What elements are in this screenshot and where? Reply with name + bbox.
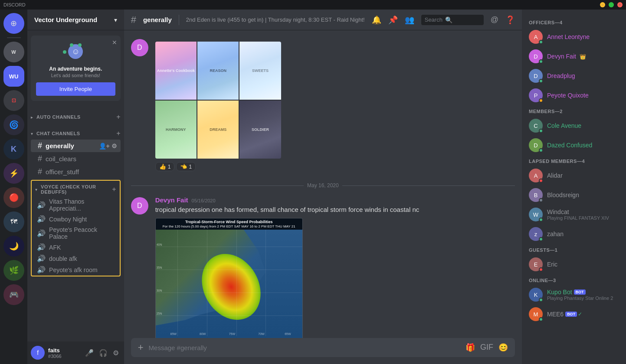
- voyce-channel-name-vitas: Vitas Thanos Appreciati...: [49, 198, 115, 212]
- member-avatar-alidar: A: [529, 169, 543, 182]
- voyce-channel-cowboy[interactable]: 🔊 Cowboy Night: [33, 214, 118, 224]
- category-chat-channels[interactable]: ▾ CHAT CHANNELS +: [27, 123, 124, 139]
- member-item-devyn[interactable]: D Devyn Fait 👑: [525, 47, 623, 66]
- member-status-devyn: [539, 59, 543, 64]
- bell-icon[interactable]: 🔔: [372, 15, 381, 25]
- channel-header-name: generally: [143, 16, 172, 23]
- category-auto-channels[interactable]: ▸ AUTO CHANNELS +: [27, 106, 124, 123]
- titlebar-controls: − □ ×: [600, 2, 623, 7]
- voyce-add-icon[interactable]: +: [112, 185, 116, 193]
- gif-icon[interactable]: GIF: [480, 343, 493, 352]
- message-content-devyn: Devyn Fait 05/16/2020 tropical depressio…: [155, 196, 515, 338]
- anime-cell-3: SWEETS: [239, 42, 281, 100]
- reaction-thumbsup[interactable]: 👍 1: [155, 162, 175, 171]
- crown-icon-devyn: 👑: [580, 54, 586, 60]
- category-chevron-chat-icon: ▾: [31, 131, 33, 136]
- members-icon[interactable]: 👥: [405, 15, 414, 25]
- member-item-peyote[interactable]: P Peyote Quixote: [525, 86, 623, 105]
- member-item-eric[interactable]: E Eric: [525, 255, 623, 274]
- category-add-chat-icon[interactable]: +: [116, 130, 120, 137]
- search-icon: 🔍: [445, 16, 452, 23]
- server-icon-5[interactable]: K: [3, 139, 24, 159]
- invite-box: ✕ ☺ An adventure begins. Let's add some …: [31, 36, 121, 101]
- member-name-row-mee6: MEE6 BOT ✓: [547, 311, 582, 318]
- microphone-button[interactable]: 🎤: [83, 347, 95, 359]
- server-icon-dnd[interactable]: ⚀: [3, 90, 24, 111]
- voyce-category[interactable]: ▾ VOYCE (CHECK YOUR DEBUFFS) +: [32, 181, 120, 196]
- voyce-channel-peyote[interactable]: 🔊 Peyote's Peacock Palace: [33, 225, 118, 241]
- member-avatar-peyote: P: [529, 88, 543, 102]
- help-icon[interactable]: ❓: [505, 15, 515, 25]
- member-item-dreadplug[interactable]: D Dreadplug: [525, 66, 623, 85]
- emoji-icon[interactable]: 😊: [498, 343, 508, 352]
- reactions: 👍 1 👈 1: [155, 162, 515, 171]
- invite-people-button[interactable]: Invite People: [36, 82, 115, 96]
- member-sub-windcat: Playing FINAL FANTASY XIV: [547, 215, 609, 221]
- gift-icon[interactable]: 🎁: [465, 343, 475, 352]
- titlebar-left: DISCORD: [3, 2, 26, 7]
- member-item-mee6[interactable]: M MEE6 BOT ✓: [525, 305, 623, 324]
- member-item-annet[interactable]: A Annet Leontyne: [525, 27, 623, 46]
- member-name-row-kupo: Kupo Bot BOT: [547, 289, 613, 296]
- user-tag: #3066: [48, 354, 80, 359]
- member-status-annet: [539, 40, 543, 44]
- user-avatar: f: [31, 346, 45, 360]
- server-icon-9[interactable]: 🌙: [3, 236, 24, 257]
- server-icon-7[interactable]: 🔴: [3, 187, 24, 208]
- at-icon[interactable]: @: [491, 15, 498, 24]
- settings-icon[interactable]: ⚙: [111, 143, 117, 150]
- user-controls: 🎤 🎧 ⚙: [83, 347, 121, 359]
- voyce-channel-peyote-afk[interactable]: 🔊 Peyote's afk room: [33, 264, 118, 275]
- server-icon-8[interactable]: 🗺: [3, 211, 24, 232]
- member-category-members: MEMBERS—2: [525, 105, 623, 116]
- user-panel: f faits #3066 🎤 🎧 ⚙: [27, 341, 124, 364]
- member-item-cole[interactable]: C Cole Avenue: [525, 116, 623, 135]
- server-header[interactable]: Vector Underground ▾: [27, 10, 124, 30]
- member-item-dazed[interactable]: D Dazed Confused: [525, 136, 623, 155]
- member-avatar-devyn: D: [529, 49, 543, 63]
- user-info: faits #3066: [48, 347, 80, 359]
- member-avatar-dazed: D: [529, 138, 543, 152]
- server-icon-4[interactable]: 🌀: [3, 114, 24, 135]
- category-add-auto-icon[interactable]: +: [116, 113, 120, 121]
- member-status-dreadplug: [539, 79, 543, 83]
- search-box[interactable]: Search 🔍: [421, 15, 484, 25]
- channel-item-officer-stuff[interactable]: # officer_stuff: [31, 166, 121, 178]
- member-item-windcat[interactable]: W Windcat Playing FINAL FANTASY XIV: [525, 205, 623, 224]
- member-name-area-alidar: Alidar: [547, 172, 563, 179]
- channel-hash-officer-icon: #: [38, 167, 42, 176]
- member-item-kupo[interactable]: K Kupo Bot BOT Playing Phantasy Star Onl…: [525, 285, 623, 304]
- voyce-channel-afk[interactable]: 🔊 AFK: [33, 242, 118, 253]
- close-button[interactable]: ×: [617, 2, 623, 7]
- server-icon-1[interactable]: W: [3, 42, 24, 62]
- channel-item-generally[interactable]: # generally 👤+ ⚙: [31, 140, 121, 152]
- reaction-pointright[interactable]: 👈 1: [176, 162, 196, 171]
- message-avatar-anime: D: [131, 39, 148, 56]
- headphones-button[interactable]: 🎧: [97, 347, 109, 359]
- message-input[interactable]: [149, 344, 460, 351]
- storm-map-image: Tropical-Storm-Force Wind Speed Probabil…: [155, 218, 303, 338]
- channel-item-coil-clears[interactable]: # coil_clears: [31, 153, 121, 165]
- add-member-icon[interactable]: 👤+: [99, 143, 110, 150]
- server-icon-11[interactable]: 🎮: [3, 284, 24, 305]
- member-item-zahan[interactable]: z zahan: [525, 224, 623, 244]
- member-item-bloodsreign[interactable]: B Bloodsreign: [525, 185, 623, 205]
- pin-icon[interactable]: 📌: [388, 15, 398, 25]
- reaction-pointright-count: 1: [189, 164, 192, 170]
- discord-home-button[interactable]: ⊕: [3, 13, 24, 34]
- voyce-channel-double-afk[interactable]: 🔊 double afk: [33, 253, 118, 264]
- maximize-button[interactable]: □: [609, 2, 614, 7]
- chat-image-container: Annette's Cookbook REASON SWEETS HARMONY: [155, 42, 515, 171]
- member-name-area-annet: Annet Leontyne: [547, 33, 590, 41]
- server-icon-wu[interactable]: WU: [3, 66, 24, 87]
- user-settings-button[interactable]: ⚙: [111, 347, 121, 359]
- server-icon-6[interactable]: ⚡: [3, 163, 24, 184]
- voyce-channel-vitas[interactable]: 🔊 Vitas Thanos Appreciati...: [33, 197, 118, 213]
- message-attach-button[interactable]: +: [138, 342, 144, 353]
- voyce-channel-name-peyote-afk: Peyote's afk room: [49, 266, 98, 273]
- minimize-button[interactable]: −: [600, 2, 605, 7]
- member-item-alidar[interactable]: A Alidar: [525, 166, 623, 185]
- anime-cell-4: HARMONY: [155, 101, 197, 159]
- server-icon-10[interactable]: 🌿: [3, 260, 24, 281]
- member-status-kupo: [539, 298, 543, 302]
